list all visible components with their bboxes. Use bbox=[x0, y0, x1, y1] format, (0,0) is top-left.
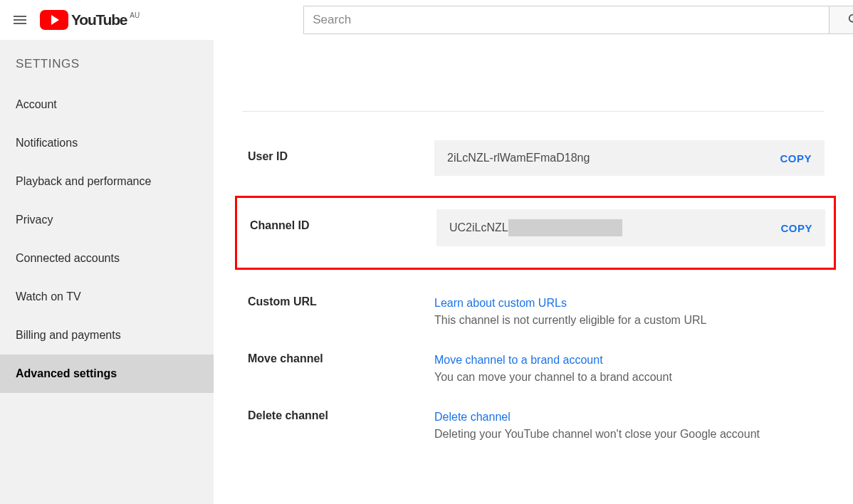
sidebar-item-label: Account bbox=[16, 98, 57, 110]
channel-id-row: Channel ID UC2iLcNZL COPY bbox=[235, 196, 836, 270]
custom-url-link[interactable]: Learn about custom URLs bbox=[434, 297, 567, 310]
sidebar-item-connected-accounts[interactable]: Connected accounts bbox=[0, 239, 214, 278]
delete-channel-body: Delete channel Deleting your YouTube cha… bbox=[434, 409, 825, 441]
user-id-row: User ID 2iLcNZL-rlWamEFmaD18ng COPY bbox=[242, 140, 825, 176]
move-channel-label: Move channel bbox=[242, 352, 434, 365]
channel-id-prefix: UC2iLcNZL bbox=[449, 221, 508, 234]
delete-channel-label: Delete channel bbox=[242, 409, 434, 422]
delete-channel-desc: Deleting your YouTube channel won't clos… bbox=[434, 428, 760, 440]
youtube-logo-text: YouTube bbox=[71, 11, 127, 28]
sidebar-title: SETTINGS bbox=[0, 57, 214, 85]
channel-id-label: Channel ID bbox=[244, 209, 436, 232]
section-divider bbox=[242, 111, 825, 112]
search-icon bbox=[847, 12, 853, 28]
move-channel-body: Move channel to a brand account You can … bbox=[434, 352, 825, 384]
sidebar-item-billing[interactable]: Billing and payments bbox=[0, 316, 214, 355]
region-code: AU bbox=[130, 11, 140, 19]
channel-id-value: UC2iLcNZL bbox=[449, 219, 622, 236]
user-id-label: User ID bbox=[242, 140, 434, 163]
sidebar-item-label: Connected accounts bbox=[16, 252, 120, 264]
sidebar-item-account[interactable]: Account bbox=[0, 85, 214, 124]
sidebar-item-label: Watch on TV bbox=[16, 290, 81, 303]
channel-id-value-box: UC2iLcNZL COPY bbox=[436, 209, 825, 246]
sidebar-item-privacy[interactable]: Privacy bbox=[0, 201, 214, 239]
copy-user-id-button[interactable]: COPY bbox=[780, 152, 812, 164]
search-input[interactable] bbox=[303, 6, 829, 34]
search-bar bbox=[303, 6, 853, 34]
redacted-block bbox=[508, 219, 622, 236]
hamburger-icon bbox=[11, 11, 28, 28]
delete-channel-link[interactable]: Delete channel bbox=[434, 411, 511, 424]
sidebar-item-advanced-settings[interactable]: Advanced settings bbox=[0, 355, 214, 393]
delete-channel-row: Delete channel Delete channel Deleting y… bbox=[242, 409, 825, 441]
play-triangle-icon bbox=[51, 15, 59, 25]
youtube-play-icon bbox=[40, 10, 68, 30]
user-id-value-box: 2iLcNZL-rlWamEFmaD18ng COPY bbox=[434, 140, 825, 176]
move-channel-desc: You can move your channel to a brand acc… bbox=[434, 371, 672, 383]
user-id-value: 2iLcNZL-rlWamEFmaD18ng bbox=[447, 152, 590, 164]
custom-url-desc: This channel is not currently eligible f… bbox=[434, 314, 706, 326]
custom-url-label: Custom URL bbox=[242, 295, 434, 308]
sidebar-item-playback[interactable]: Playback and performance bbox=[0, 162, 214, 201]
sidebar-item-label: Advanced settings bbox=[16, 367, 117, 379]
search-button[interactable] bbox=[829, 6, 853, 34]
copy-channel-id-button[interactable]: COPY bbox=[780, 222, 812, 234]
top-header: YouTube AU bbox=[0, 0, 853, 40]
move-channel-row: Move channel Move channel to a brand acc… bbox=[242, 352, 825, 384]
move-channel-link[interactable]: Move channel to a brand account bbox=[434, 354, 603, 367]
custom-url-body: Learn about custom URLs This channel is … bbox=[434, 295, 825, 327]
settings-sidebar: SETTINGS Account Notifications Playback … bbox=[0, 40, 214, 504]
hamburger-menu-button[interactable] bbox=[11, 6, 28, 34]
sidebar-item-label: Notifications bbox=[16, 137, 78, 149]
main-content: User ID 2iLcNZL-rlWamEFmaD18ng COPY Chan… bbox=[214, 40, 853, 504]
sidebar-item-label: Billing and payments bbox=[16, 329, 121, 341]
sidebar-item-label: Privacy bbox=[16, 214, 53, 226]
sidebar-item-watch-on-tv[interactable]: Watch on TV bbox=[0, 278, 214, 316]
custom-url-row: Custom URL Learn about custom URLs This … bbox=[242, 295, 825, 327]
youtube-logo[interactable]: YouTube AU bbox=[40, 10, 140, 30]
sidebar-item-notifications[interactable]: Notifications bbox=[0, 124, 214, 162]
sidebar-item-label: Playback and performance bbox=[16, 175, 151, 187]
